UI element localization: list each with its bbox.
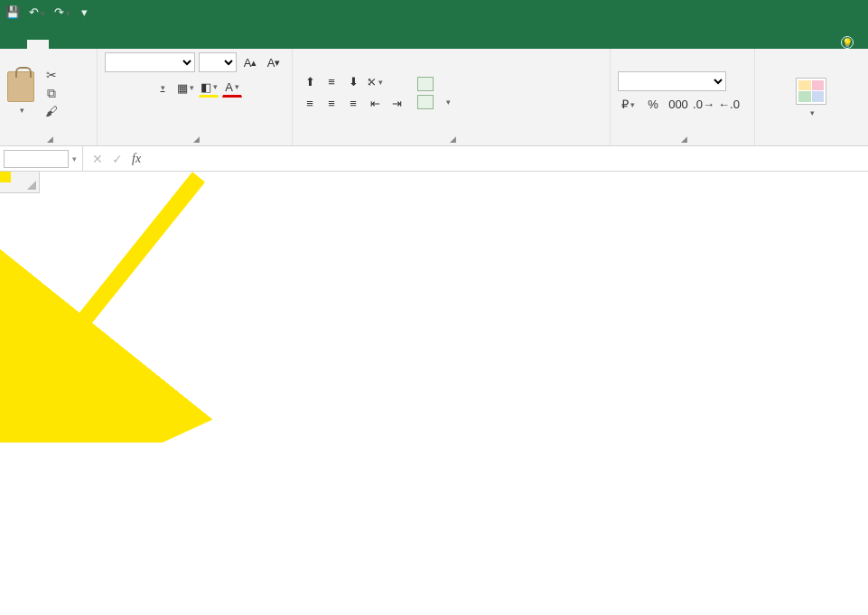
fill-color-icon[interactable]: ◧▾: [199, 78, 219, 98]
bold-button[interactable]: [105, 78, 125, 98]
clipboard-icon: [7, 71, 34, 102]
tab-data[interactable]: [114, 40, 135, 49]
tab-pagelayout[interactable]: [70, 40, 92, 49]
conditional-formatting-button[interactable]: ▾: [796, 78, 826, 117]
borders-icon[interactable]: ▦▾: [175, 78, 195, 98]
spreadsheet-grid: [0, 172, 868, 615]
decrease-font-icon[interactable]: A▾: [264, 52, 284, 72]
format-painter-icon[interactable]: 🖌: [43, 104, 60, 118]
tab-review[interactable]: [135, 40, 157, 49]
group-number: ₽▾ % 000 .0→ ←.0 ◢: [611, 49, 755, 145]
cut-icon[interactable]: ✂: [43, 68, 60, 82]
currency-icon[interactable]: ₽▾: [618, 95, 638, 115]
align-bottom-icon[interactable]: ⬇: [343, 72, 363, 92]
name-box-dropdown-icon[interactable]: ▾: [69, 154, 80, 163]
decrease-indent-icon[interactable]: ⇤: [365, 94, 385, 114]
bulb-icon: 💡: [841, 36, 854, 49]
number-format-select[interactable]: [618, 71, 726, 91]
tell-me[interactable]: 💡: [832, 36, 868, 49]
undo-icon[interactable]: ↶▾: [29, 5, 45, 19]
tab-home[interactable]: [27, 40, 49, 49]
font-color-icon[interactable]: A▾: [222, 78, 242, 98]
tab-help[interactable]: [179, 40, 201, 49]
cancel-icon[interactable]: ✕: [92, 152, 103, 166]
redo-icon[interactable]: ↷▾: [54, 5, 70, 19]
fx-icon[interactable]: fx: [132, 152, 141, 166]
title-bar: 💾 ↶▾ ↷▾ ▾: [0, 0, 868, 23]
ribbon: ▾ ✂ ⧉ 🖌 ◢ A▴ A▾ ▾ ▦▾ ◧▾ A: [0, 49, 868, 146]
paste-button[interactable]: ▾: [7, 71, 34, 115]
conditional-formatting-icon: [796, 78, 826, 105]
italic-button[interactable]: [128, 78, 148, 98]
align-middle-icon[interactable]: ≡: [322, 72, 341, 92]
font-launcher-icon[interactable]: ◢: [193, 135, 200, 144]
underline-button[interactable]: ▾: [152, 78, 172, 98]
quick-access-toolbar: 💾 ↶▾ ↷▾ ▾: [0, 5, 93, 19]
percent-icon[interactable]: %: [643, 95, 663, 115]
save-icon[interactable]: 💾: [5, 5, 20, 19]
merge-center-button[interactable]: ▾: [417, 95, 451, 109]
wrap-text-button[interactable]: [417, 77, 451, 91]
wrap-text-icon: [417, 77, 434, 91]
font-name-select[interactable]: [105, 52, 195, 72]
name-box[interactable]: [4, 150, 69, 168]
font-size-select[interactable]: [199, 52, 237, 72]
formula-input[interactable]: [150, 146, 868, 171]
align-top-icon[interactable]: ⬆: [300, 72, 320, 92]
qat-customize-icon[interactable]: ▾: [81, 5, 88, 19]
group-styles: ▾: [755, 49, 867, 145]
align-right-icon[interactable]: ≡: [343, 94, 363, 114]
tab-formulas[interactable]: [92, 40, 114, 49]
group-font: A▴ A▾ ▾ ▦▾ ◧▾ A▾ ◢: [98, 49, 293, 145]
tab-view[interactable]: [157, 40, 179, 49]
tab-acrobat[interactable]: [201, 40, 222, 49]
ribbon-tabs: 💡: [0, 23, 868, 49]
annotation-arrow-icon: [0, 172, 235, 443]
comma-icon[interactable]: 000: [668, 95, 688, 115]
select-all-button[interactable]: [0, 172, 40, 193]
increase-indent-icon[interactable]: ⇥: [387, 94, 406, 114]
align-center-icon[interactable]: ≡: [322, 94, 341, 114]
tab-file[interactable]: [5, 40, 27, 49]
number-launcher-icon[interactable]: ◢: [681, 135, 687, 144]
svg-line-1: [45, 177, 199, 368]
align-left-icon[interactable]: ≡: [300, 94, 320, 114]
group-clipboard: ▾ ✂ ⧉ 🖌 ◢: [0, 49, 98, 145]
increase-decimal-icon[interactable]: .0→: [694, 95, 714, 115]
merge-icon: [417, 95, 434, 109]
enter-icon[interactable]: ✓: [112, 152, 123, 166]
group-alignment: ⬆ ≡ ⬇ ⤪▾ ≡ ≡ ≡ ⇤ ⇥ ▾ ◢: [293, 49, 611, 145]
decrease-decimal-icon[interactable]: ←.0: [719, 95, 739, 115]
tab-insert[interactable]: [49, 40, 70, 49]
formula-bar: ▾ ✕ ✓ fx: [0, 146, 868, 172]
alignment-launcher-icon[interactable]: ◢: [450, 135, 456, 144]
orientation-icon[interactable]: ⤪▾: [365, 72, 385, 92]
increase-font-icon[interactable]: A▴: [240, 52, 260, 72]
clipboard-launcher-icon[interactable]: ◢: [47, 135, 53, 144]
copy-icon[interactable]: ⧉: [43, 86, 60, 100]
